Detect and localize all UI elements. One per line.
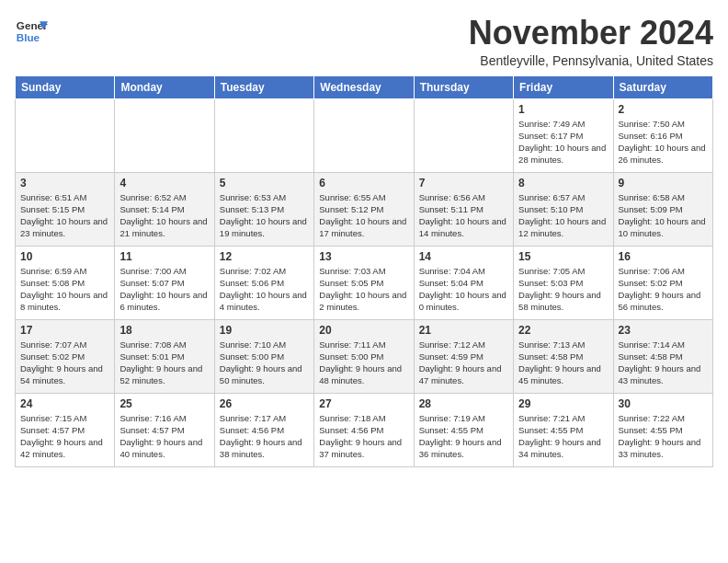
day-number: 28 <box>419 397 508 410</box>
calendar-cell <box>16 98 115 172</box>
day-info: Sunrise: 6:57 AM Sunset: 5:10 PM Dayligh… <box>518 191 608 240</box>
calendar-cell <box>214 98 313 172</box>
calendar-cell: 5Sunrise: 6:53 AM Sunset: 5:13 PM Daylig… <box>214 172 313 246</box>
calendar-cell: 25Sunrise: 7:16 AM Sunset: 4:57 PM Dayli… <box>115 393 214 466</box>
day-info: Sunrise: 7:22 AM Sunset: 4:55 PM Dayligh… <box>619 412 708 461</box>
day-number: 30 <box>619 397 708 410</box>
calendar-cell: 26Sunrise: 7:17 AM Sunset: 4:56 PM Dayli… <box>214 393 313 466</box>
calendar-cell: 16Sunrise: 7:06 AM Sunset: 5:02 PM Dayli… <box>613 246 712 319</box>
day-number: 26 <box>220 397 309 410</box>
day-info: Sunrise: 7:10 AM Sunset: 5:00 PM Dayligh… <box>220 339 309 387</box>
location-subtitle: Bentleyville, Pennsylvania, United State… <box>469 53 713 68</box>
day-number: 8 <box>518 177 608 190</box>
day-number: 1 <box>518 103 608 116</box>
day-number: 2 <box>619 103 708 116</box>
day-info: Sunrise: 7:16 AM Sunset: 4:57 PM Dayligh… <box>119 412 209 461</box>
weekday-header-row: SundayMondayTuesdayWednesdayThursdayFrid… <box>16 75 713 98</box>
day-number: 3 <box>20 177 109 190</box>
day-number: 18 <box>119 324 209 337</box>
day-info: Sunrise: 7:11 AM Sunset: 5:00 PM Dayligh… <box>319 339 408 387</box>
weekday-header: Wednesday <box>314 75 414 98</box>
day-number: 22 <box>518 324 608 337</box>
calendar-cell: 21Sunrise: 7:12 AM Sunset: 4:59 PM Dayli… <box>414 319 513 393</box>
weekday-header: Friday <box>514 75 613 98</box>
month-title: November 2024 <box>469 15 713 52</box>
calendar-cell: 27Sunrise: 7:18 AM Sunset: 4:56 PM Dayli… <box>314 393 414 466</box>
calendar-cell: 29Sunrise: 7:21 AM Sunset: 4:55 PM Dayli… <box>514 393 613 466</box>
svg-text:Blue: Blue <box>17 31 40 43</box>
day-info: Sunrise: 7:17 AM Sunset: 4:56 PM Dayligh… <box>220 412 309 461</box>
day-number: 9 <box>619 177 708 190</box>
day-number: 21 <box>419 324 508 337</box>
day-info: Sunrise: 7:21 AM Sunset: 4:55 PM Dayligh… <box>518 412 608 461</box>
day-info: Sunrise: 7:14 AM Sunset: 4:58 PM Dayligh… <box>619 339 708 387</box>
calendar-cell: 30Sunrise: 7:22 AM Sunset: 4:55 PM Dayli… <box>613 393 712 466</box>
day-number: 24 <box>20 397 109 410</box>
day-number: 23 <box>619 324 708 337</box>
calendar-cell: 8Sunrise: 6:57 AM Sunset: 5:10 PM Daylig… <box>514 172 613 246</box>
day-number: 5 <box>220 177 309 190</box>
day-number: 13 <box>319 250 408 263</box>
calendar-cell: 22Sunrise: 7:13 AM Sunset: 4:58 PM Dayli… <box>514 319 613 393</box>
calendar-cell: 13Sunrise: 7:03 AM Sunset: 5:05 PM Dayli… <box>314 246 414 319</box>
calendar-cell: 7Sunrise: 6:56 AM Sunset: 5:11 PM Daylig… <box>414 172 513 246</box>
calendar-week-row: 1Sunrise: 7:49 AM Sunset: 6:17 PM Daylig… <box>16 98 713 172</box>
calendar-cell: 15Sunrise: 7:05 AM Sunset: 5:03 PM Dayli… <box>514 246 613 319</box>
title-block: November 2024 Bentleyville, Pennsylvania… <box>469 15 713 68</box>
calendar-cell: 10Sunrise: 6:59 AM Sunset: 5:08 PM Dayli… <box>16 246 115 319</box>
day-number: 4 <box>119 177 209 190</box>
day-number: 29 <box>518 397 608 410</box>
day-number: 7 <box>419 177 508 190</box>
calendar-cell <box>414 98 513 172</box>
calendar-cell: 4Sunrise: 6:52 AM Sunset: 5:14 PM Daylig… <box>115 172 214 246</box>
weekday-header: Tuesday <box>214 75 313 98</box>
day-info: Sunrise: 6:56 AM Sunset: 5:11 PM Dayligh… <box>419 191 508 240</box>
calendar-cell: 20Sunrise: 7:11 AM Sunset: 5:00 PM Dayli… <box>314 319 414 393</box>
day-number: 10 <box>20 250 109 263</box>
calendar-cell <box>115 98 214 172</box>
day-info: Sunrise: 7:02 AM Sunset: 5:06 PM Dayligh… <box>220 265 309 314</box>
calendar-cell: 9Sunrise: 6:58 AM Sunset: 5:09 PM Daylig… <box>613 172 712 246</box>
calendar-cell: 3Sunrise: 6:51 AM Sunset: 5:15 PM Daylig… <box>16 172 115 246</box>
day-info: Sunrise: 6:55 AM Sunset: 5:12 PM Dayligh… <box>319 191 408 240</box>
calendar-cell: 17Sunrise: 7:07 AM Sunset: 5:02 PM Dayli… <box>16 319 115 393</box>
day-info: Sunrise: 6:58 AM Sunset: 5:09 PM Dayligh… <box>619 191 708 240</box>
day-info: Sunrise: 7:07 AM Sunset: 5:02 PM Dayligh… <box>20 339 109 387</box>
day-info: Sunrise: 7:04 AM Sunset: 5:04 PM Dayligh… <box>419 265 508 314</box>
calendar-cell: 6Sunrise: 6:55 AM Sunset: 5:12 PM Daylig… <box>314 172 414 246</box>
calendar-cell: 18Sunrise: 7:08 AM Sunset: 5:01 PM Dayli… <box>115 319 214 393</box>
day-number: 11 <box>119 250 209 263</box>
day-info: Sunrise: 7:00 AM Sunset: 5:07 PM Dayligh… <box>119 265 209 314</box>
calendar-cell: 19Sunrise: 7:10 AM Sunset: 5:00 PM Dayli… <box>214 319 313 393</box>
day-info: Sunrise: 6:53 AM Sunset: 5:13 PM Dayligh… <box>220 191 309 240</box>
calendar-cell: 23Sunrise: 7:14 AM Sunset: 4:58 PM Dayli… <box>613 319 712 393</box>
day-info: Sunrise: 7:06 AM Sunset: 5:02 PM Dayligh… <box>619 265 708 314</box>
day-info: Sunrise: 7:49 AM Sunset: 6:17 PM Dayligh… <box>518 118 608 167</box>
calendar-cell: 1Sunrise: 7:49 AM Sunset: 6:17 PM Daylig… <box>514 98 613 172</box>
calendar-cell: 12Sunrise: 7:02 AM Sunset: 5:06 PM Dayli… <box>214 246 313 319</box>
logo: General Blue <box>15 15 48 48</box>
day-number: 20 <box>319 324 408 337</box>
day-info: Sunrise: 7:19 AM Sunset: 4:55 PM Dayligh… <box>419 412 508 461</box>
day-info: Sunrise: 6:52 AM Sunset: 5:14 PM Dayligh… <box>119 191 209 240</box>
calendar-week-row: 3Sunrise: 6:51 AM Sunset: 5:15 PM Daylig… <box>16 172 713 246</box>
header: General Blue November 2024 Bentleyville,… <box>15 15 713 68</box>
day-info: Sunrise: 7:08 AM Sunset: 5:01 PM Dayligh… <box>119 339 209 387</box>
day-info: Sunrise: 7:18 AM Sunset: 4:56 PM Dayligh… <box>319 412 408 461</box>
day-number: 19 <box>220 324 309 337</box>
day-info: Sunrise: 6:51 AM Sunset: 5:15 PM Dayligh… <box>20 191 109 240</box>
calendar-week-row: 17Sunrise: 7:07 AM Sunset: 5:02 PM Dayli… <box>16 319 713 393</box>
day-number: 16 <box>619 250 708 263</box>
calendar-cell: 28Sunrise: 7:19 AM Sunset: 4:55 PM Dayli… <box>414 393 513 466</box>
day-number: 12 <box>220 250 309 263</box>
calendar-cell: 14Sunrise: 7:04 AM Sunset: 5:04 PM Dayli… <box>414 246 513 319</box>
day-info: Sunrise: 7:03 AM Sunset: 5:05 PM Dayligh… <box>319 265 408 314</box>
weekday-header: Thursday <box>414 75 513 98</box>
day-info: Sunrise: 7:15 AM Sunset: 4:57 PM Dayligh… <box>20 412 109 461</box>
weekday-header: Sunday <box>16 75 115 98</box>
calendar-cell: 11Sunrise: 7:00 AM Sunset: 5:07 PM Dayli… <box>115 246 214 319</box>
calendar-week-row: 24Sunrise: 7:15 AM Sunset: 4:57 PM Dayli… <box>16 393 713 466</box>
day-number: 15 <box>518 250 608 263</box>
day-info: Sunrise: 7:05 AM Sunset: 5:03 PM Dayligh… <box>518 265 608 314</box>
day-number: 14 <box>419 250 508 263</box>
